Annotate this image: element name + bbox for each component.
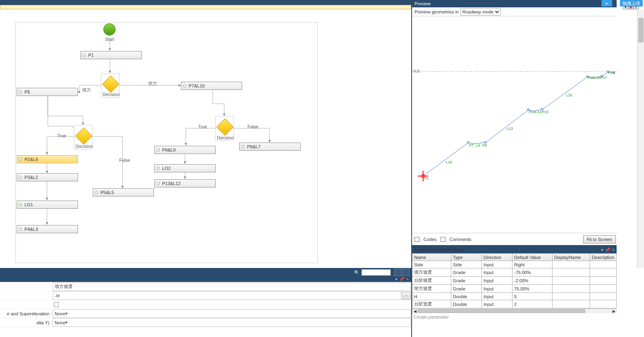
io-cell[interactable]: Input <box>482 293 513 300</box>
node-p9l7[interactable]: P9&L7 <box>239 143 301 151</box>
io-cell[interactable]: 挖方坡度 <box>412 285 451 293</box>
edge-label-false-3: False <box>247 124 258 129</box>
node-p5l5[interactable]: P5&L5 <box>93 188 154 196</box>
io-close-icon[interactable]: × <box>611 248 616 252</box>
io-cell[interactable]: 5 <box>513 293 553 300</box>
io-cell[interactable]: Side <box>412 261 451 268</box>
scroll-left-icon[interactable]: ◀ <box>412 309 418 314</box>
io-col-display[interactable]: DisplayName <box>553 254 590 261</box>
io-cell[interactable] <box>590 277 617 285</box>
canvas-scrollbar[interactable] <box>637 10 644 268</box>
prop-checkbox[interactable] <box>54 302 59 307</box>
io-row[interactable]: 挖方坡度GradeInput75.00% <box>412 285 617 293</box>
pv-point-p1: P1 <box>424 176 429 181</box>
io-cell[interactable] <box>590 268 617 277</box>
io-cell[interactable]: Input <box>482 261 513 268</box>
io-col-name[interactable]: Name <box>412 254 451 261</box>
prop-dropdown-icon[interactable]: ▾ <box>393 277 399 282</box>
node-p1-label: P1 <box>88 53 94 58</box>
io-cell[interactable] <box>553 293 590 300</box>
io-cell[interactable]: 台阶坡度 <box>412 277 451 285</box>
pv-point-p15: P15 <box>542 110 548 114</box>
io-cell[interactable]: Input <box>482 285 513 293</box>
io-cell[interactable] <box>553 268 590 277</box>
fit-to-screen-button[interactable]: Fit to Screen <box>583 235 616 243</box>
io-cell[interactable]: 75.00% <box>513 285 553 293</box>
io-cell[interactable]: Input <box>482 300 513 308</box>
io-cell[interactable] <box>553 300 590 308</box>
io-cell[interactable]: Double <box>451 293 482 300</box>
node-p3l2-label: P3&L2 <box>25 175 38 180</box>
node-lo1[interactable]: LO1 <box>17 201 78 209</box>
io-col-direction[interactable]: Direction <box>482 254 513 261</box>
node-p6[interactable]: P6 <box>17 88 78 96</box>
search-input[interactable] <box>361 269 391 276</box>
flowchart-canvas[interactable]: Start Decision 填方 挖方 Decision True False… <box>0 10 411 268</box>
expand-icon[interactable] <box>394 269 401 276</box>
io-row[interactable]: HDoubleInput5 <box>412 293 617 300</box>
node-p9l7-label: P9&L7 <box>247 144 261 149</box>
prop-value-2[interactable]: -H <box>53 291 401 300</box>
io-cell[interactable] <box>553 277 590 285</box>
io-row[interactable]: 台阶宽度DoubleInput2 <box>412 300 617 308</box>
preview-canvas[interactable]: 地面 P1 L10 P7 L9 P8 L13 P14 L14 P15 L15 P… <box>412 16 617 232</box>
window-icon[interactable] <box>402 269 410 276</box>
prop-pin-icon[interactable]: 📌 <box>399 277 405 282</box>
io-cell[interactable]: -75.00% <box>513 268 553 277</box>
comments-checkbox[interactable] <box>441 237 446 242</box>
io-cell[interactable]: Input <box>482 277 513 285</box>
prop-value-4[interactable]: None <box>53 318 411 327</box>
io-cell[interactable] <box>590 261 617 268</box>
preview-mode-select[interactable]: Roadway mode <box>460 8 501 16</box>
io-cell[interactable]: Right <box>513 261 553 268</box>
upload-icon[interactable]: ∞ <box>602 0 612 7</box>
io-cell[interactable]: H <box>412 293 451 300</box>
node-p3l2[interactable]: P3&L2 <box>17 173 78 181</box>
io-dropdown-icon[interactable]: ▾ <box>599 248 604 252</box>
io-row[interactable]: SideSideInputRight <box>412 261 617 268</box>
prop-value-1[interactable]: 填方坡度 <box>53 282 411 291</box>
create-parameter-link[interactable]: Create parameter <box>412 313 617 321</box>
io-row[interactable]: 台阶坡度GradeInput-2.00% <box>412 277 617 285</box>
node-p8l9[interactable]: P8&L9 <box>154 146 216 154</box>
codes-checkbox[interactable] <box>414 237 419 242</box>
upload-button[interactable]: 拖拽上传 <box>620 0 643 7</box>
io-col-desc[interactable]: Description <box>590 254 617 261</box>
properties-header <box>0 277 411 282</box>
io-cell[interactable] <box>590 293 617 300</box>
io-cell[interactable]: 填方坡度 <box>412 268 451 277</box>
io-cell[interactable] <box>553 261 590 268</box>
io-cell[interactable]: 2 <box>513 300 553 308</box>
io-cell[interactable]: Side <box>451 261 482 268</box>
prop-close-icon[interactable]: × <box>405 277 410 282</box>
start-node[interactable] <box>103 23 116 36</box>
io-cell[interactable]: Grade <box>451 277 482 285</box>
io-cell[interactable] <box>590 285 617 293</box>
pv-label-l14: L14 <box>535 110 541 114</box>
io-cell[interactable]: Double <box>451 300 482 308</box>
io-cell[interactable]: Input <box>482 268 513 277</box>
io-col-default[interactable]: Default Value <box>513 254 553 261</box>
io-hscrollbar[interactable]: ◀ ▶ <box>412 308 617 313</box>
node-p4l3[interactable]: P4&L3 <box>17 225 78 233</box>
io-cell[interactable]: -2.00% <box>513 277 553 285</box>
node-lo2[interactable]: LO2 <box>154 164 216 172</box>
preview-panel: Preview Preview geometries in Roadway mo… <box>411 0 617 245</box>
node-p1[interactable]: P1 <box>80 51 142 59</box>
io-cell[interactable]: Grade <box>451 268 482 277</box>
io-cell[interactable]: Grade <box>451 285 482 293</box>
prop-value-3[interactable]: None <box>53 309 411 318</box>
node-p7l10[interactable]: P7&L10 <box>181 82 242 90</box>
io-col-type[interactable]: Type <box>451 254 482 261</box>
io-grid[interactable]: Name Type Direction Default Value Displa… <box>412 253 617 308</box>
io-row[interactable]: 填方坡度GradeInput-75.00% <box>412 268 617 277</box>
node-p13l12[interactable]: P13&L12 <box>154 179 216 187</box>
io-cell[interactable] <box>553 285 590 293</box>
io-pin-icon[interactable]: 📌 <box>605 248 610 252</box>
search-icon[interactable]: 🔍 <box>353 269 361 276</box>
io-cell[interactable]: 台阶宽度 <box>412 300 451 308</box>
node-p2l6-selected[interactable]: P2&L6 <box>17 155 78 163</box>
prop-ellipsis-button[interactable]: ... <box>402 292 411 300</box>
scroll-right-icon[interactable]: ▶ <box>611 309 617 314</box>
io-cell[interactable] <box>590 300 617 308</box>
